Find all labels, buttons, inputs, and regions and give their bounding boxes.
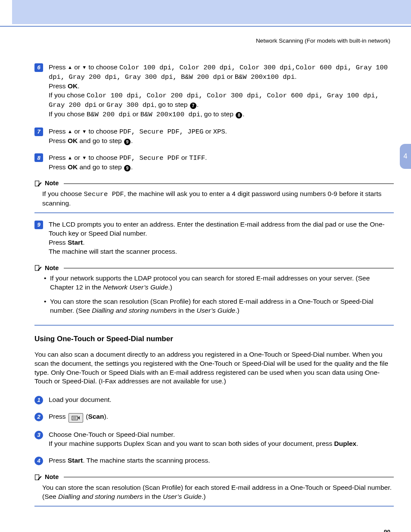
step-6: 6 Press ▲ or ▼ to choose Color 100 dpi, … bbox=[34, 63, 394, 119]
step-ref-9: 9 bbox=[124, 165, 131, 171]
note-pencil-icon bbox=[34, 473, 42, 481]
page-number: 90 bbox=[34, 528, 390, 532]
s2-step-2: 2 Press (Scan). bbox=[34, 412, 394, 423]
note-2-item-2: You can store the scan resolution (Scan … bbox=[44, 297, 394, 315]
page-content: 4 Network Scanning (For models with buil… bbox=[0, 27, 411, 532]
step-7: 7 Press ▲ or ▼ to choose PDF, Secure PDF… bbox=[34, 127, 394, 146]
chapter-tab: 4 bbox=[400, 144, 411, 169]
s2-step-4: 4 Press Start. The machine starts the sc… bbox=[34, 456, 394, 465]
s2-step-1-text: Load your document. bbox=[49, 395, 394, 404]
note-1-body: If you choose Secure PDF, the machine wi… bbox=[34, 188, 394, 213]
down-arrow-icon: ▼ bbox=[82, 155, 87, 161]
down-arrow-icon: ▼ bbox=[82, 64, 87, 71]
note-pencil-icon bbox=[34, 180, 42, 187]
up-arrow-icon: ▲ bbox=[68, 155, 72, 161]
note-2: Note If your network supports the LDAP p… bbox=[34, 264, 394, 326]
round-bullet-1: 1 bbox=[34, 396, 43, 404]
s2-step-3-text: Choose One-Touch or Speed-Dial number. I… bbox=[49, 430, 394, 448]
note-title: Note bbox=[45, 264, 59, 273]
svg-rect-2 bbox=[72, 416, 78, 420]
step-8: 8 Press ▲ or ▼ to choose PDF, Secure PDF… bbox=[34, 153, 394, 172]
section-intro: You can also scan a document directly to… bbox=[34, 350, 394, 386]
step-ref-7: 7 bbox=[190, 103, 196, 109]
up-arrow-icon: ▲ bbox=[68, 128, 72, 135]
running-header: Network Scanning (For models with built-… bbox=[34, 37, 390, 45]
step-bullet-8: 8 bbox=[34, 153, 43, 162]
step-ref-8: 8 bbox=[236, 112, 242, 118]
scan-key-icon bbox=[68, 413, 83, 423]
s2-step-2-text: Press (Scan). bbox=[49, 412, 394, 423]
step-9: 9 The LCD prompts you to enter an addres… bbox=[34, 220, 394, 256]
step-8-text: Press ▲ or ▼ to choose PDF, Secure PDF o… bbox=[49, 153, 394, 172]
step-bullet-7: 7 bbox=[34, 128, 43, 136]
note-1: Note If you choose Secure PDF, the machi… bbox=[34, 179, 394, 213]
step-bullet-9: 9 bbox=[34, 221, 43, 229]
note-title: Note bbox=[45, 179, 59, 188]
s2-step-4-text: Press Start. The machine starts the scan… bbox=[49, 456, 394, 465]
s2-step-3: 3 Choose One-Touch or Speed-Dial number.… bbox=[34, 430, 394, 448]
note-3: Note You can store the scan resolution (… bbox=[34, 473, 394, 506]
note-pencil-icon bbox=[34, 264, 42, 272]
note-3-body: You can store the scan resolution (Scan … bbox=[34, 482, 394, 507]
step-bullet-6: 6 bbox=[34, 63, 43, 72]
step-7-text: Press ▲ or ▼ to choose PDF, Secure PDF, … bbox=[49, 127, 394, 146]
section-title: Using One-Touch or Speed-Dial number bbox=[34, 334, 394, 344]
step-ref-9: 9 bbox=[124, 139, 131, 145]
note-2-item-1: If your network supports the LDAP protoc… bbox=[44, 274, 394, 292]
up-arrow-icon: ▲ bbox=[68, 64, 72, 71]
s2-step-1: 1 Load your document. bbox=[34, 395, 394, 404]
top-banner bbox=[12, 0, 411, 24]
note-2-body: If your network supports the LDAP protoc… bbox=[34, 272, 394, 326]
round-bullet-2: 2 bbox=[34, 413, 43, 421]
round-bullet-3: 3 bbox=[34, 431, 43, 439]
note-title: Note bbox=[45, 473, 59, 482]
step-6-text: Press ▲ or ▼ to choose Color 100 dpi, Co… bbox=[49, 63, 394, 119]
step-9-text: The LCD prompts you to enter an address.… bbox=[49, 220, 394, 256]
down-arrow-icon: ▼ bbox=[82, 128, 87, 135]
round-bullet-4: 4 bbox=[34, 457, 43, 465]
